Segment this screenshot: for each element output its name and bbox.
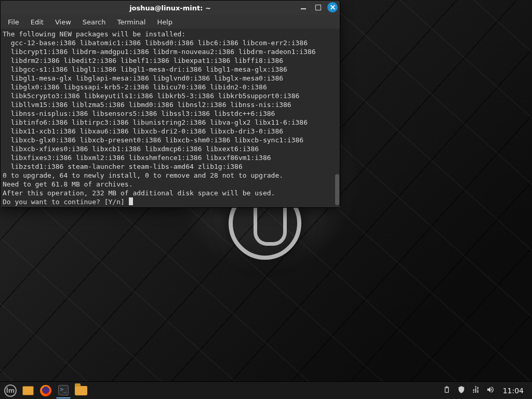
firefox-icon <box>40 385 51 396</box>
terminal-line: libxcb-glx0:i386 libxcb-present0:i386 li… <box>3 136 303 144</box>
start-menu-button[interactable]: lm <box>3 383 18 398</box>
menu-terminal[interactable]: Terminal <box>112 17 151 28</box>
terminal-window: joshua@linux-mint: ~ File Edit View Sear… <box>0 0 340 208</box>
terminal-line: libtinfo6:i386 libtirpc3:i386 libunistri… <box>3 118 308 126</box>
network-tray-icon[interactable] <box>472 385 480 395</box>
window-close-button[interactable] <box>327 2 338 12</box>
shield-tray-icon[interactable] <box>457 385 466 395</box>
window-maximize-button[interactable] <box>313 2 323 12</box>
terminal-line: libzstd1:i386 steam-launcher steam-libs-… <box>3 163 243 170</box>
terminal-line: libxcb-xfixes0:i386 libxcb1:i386 libxdmc… <box>3 145 259 153</box>
terminal-line: libx11-xcb1:i386 libxau6:i386 libxcb-dri… <box>3 127 283 135</box>
terminal-scrollbar[interactable] <box>334 29 339 207</box>
terminal-line: Need to get 61.8 MB of archives. <box>3 180 132 188</box>
menu-file[interactable]: File <box>3 17 24 28</box>
system-tray: 11:04 <box>443 385 529 395</box>
terminal-line: libdrm2:i386 libedit2:i386 libelf1:i386 … <box>3 57 283 64</box>
menu-search[interactable]: Search <box>77 17 111 28</box>
scrollbar-thumb[interactable] <box>335 174 339 205</box>
mint-menu-icon: lm <box>4 384 17 397</box>
taskbar: lm 11:04 <box>0 381 532 399</box>
files-launcher[interactable] <box>74 383 88 398</box>
terminal-line: gcc-12-base:i386 libatomic1:i386 libbsd0… <box>3 39 308 47</box>
window-minimize-button[interactable] <box>298 2 309 12</box>
volume-tray-icon[interactable] <box>486 385 495 395</box>
panel-clock[interactable]: 11:04 <box>501 387 526 395</box>
firefox-launcher[interactable] <box>38 383 53 398</box>
folder-icon <box>75 386 87 395</box>
window-title: joshua@linux-mint: ~ <box>129 4 211 12</box>
terminal-line: libglx0:i386 libgssapi-krb5-2:i386 libic… <box>3 83 267 91</box>
terminal-line: Do you want to continue? [Y/n] <box>3 198 129 206</box>
terminal-line: libgcc-s1:i386 libgl1:i386 libgl1-mesa-d… <box>3 65 287 73</box>
terminal-line: libcrypt1:i386 libdrm-amdgpu1:i386 libdr… <box>3 48 316 56</box>
terminal-line: libk5crypto3:i386 libkeyutils1:i386 libk… <box>3 92 299 100</box>
show-desktop-icon <box>22 386 34 395</box>
terminal-line: The following NEW packages will be insta… <box>3 30 185 38</box>
window-titlebar[interactable]: joshua@linux-mint: ~ <box>1 1 340 15</box>
terminal-output[interactable]: The following NEW packages will be insta… <box>1 29 340 207</box>
terminal-line: 0 to upgrade, 64 to newly install, 0 to … <box>3 171 283 179</box>
terminal-icon <box>58 385 69 395</box>
show-desktop-button[interactable] <box>21 383 35 398</box>
menu-help[interactable]: Help <box>152 17 178 28</box>
terminal-line: libxfixes3:i386 libxml2:i386 libxshmfenc… <box>3 154 271 162</box>
terminal-line: After this operation, 232 MB of addition… <box>3 189 275 197</box>
terminal-line: libnss-nisplus:i386 libsensors5:i386 lib… <box>3 110 275 117</box>
terminal-task-button[interactable] <box>56 383 71 398</box>
terminal-line: libgl1-mesa-glx libglapi-mesa:i386 libgl… <box>3 74 283 82</box>
terminal-line: libllvm15:i386 liblzma5:i386 libmd0:i386… <box>3 101 291 109</box>
menu-view[interactable]: View <box>50 17 76 28</box>
terminal-cursor <box>129 197 133 205</box>
menu-edit[interactable]: Edit <box>25 17 49 28</box>
terminal-menubar: File Edit View Search Terminal Help <box>1 15 340 29</box>
clipboard-tray-icon[interactable] <box>443 385 451 395</box>
